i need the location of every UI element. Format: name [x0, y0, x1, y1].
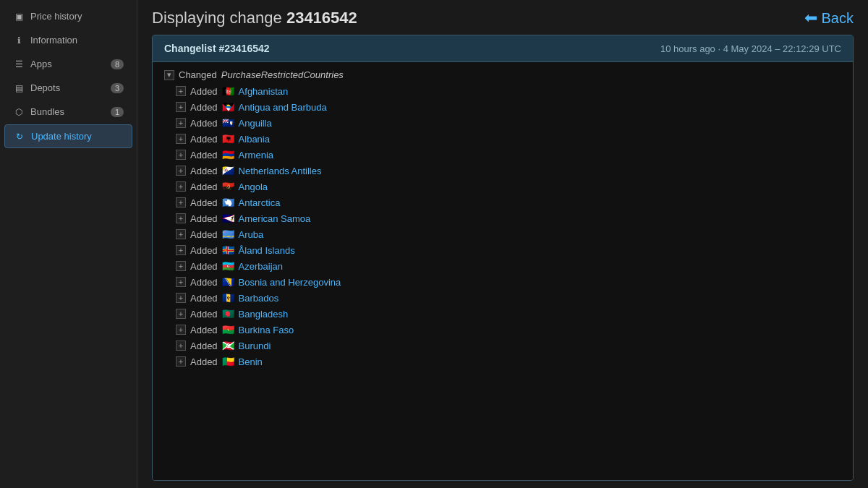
change-entry-15: +Added 🇧🇫Burkina Faso	[153, 322, 853, 338]
country-link-3[interactable]: Albania	[239, 134, 270, 145]
country-link-0[interactable]: Afghanistan	[239, 86, 289, 97]
field-name: PurchaseRestrictedCountries	[221, 69, 344, 80]
action-text-14: Added	[190, 309, 218, 320]
price-history-icon: ▣	[13, 12, 25, 22]
country-link-13[interactable]: Barbados	[239, 293, 279, 304]
flag-2: 🇦🇮	[222, 117, 234, 129]
country-link-11[interactable]: Azerbaijan	[239, 261, 283, 272]
expand-icon-14[interactable]: +	[176, 309, 186, 319]
main-content: Displaying change 23416542 ⬅ Back Change…	[137, 0, 868, 488]
flag-17: 🇧🇯	[222, 356, 234, 367]
sidebar-label-bundles: Bundles	[30, 106, 105, 117]
action-text-12: Added	[190, 277, 218, 288]
changelist-body[interactable]: ▾ Changed PurchaseRestrictedCountries +A…	[153, 62, 853, 480]
back-label: Back	[822, 10, 854, 27]
country-link-4[interactable]: Armenia	[239, 150, 273, 160]
country-link-7[interactable]: Antarctica	[239, 197, 281, 208]
expand-icon-4[interactable]: +	[176, 150, 186, 160]
sidebar-item-price-history[interactable]: ▣Price history	[4, 5, 132, 27]
main-header: Displaying change 23416542 ⬅ Back	[137, 0, 868, 35]
change-entry-4: +Added 🇦🇲Armenia	[153, 147, 853, 163]
change-entry-17: +Added 🇧🇯Benin	[153, 354, 853, 369]
country-link-12[interactable]: Bosnia and Herzegovina	[239, 277, 341, 288]
expand-icon-16[interactable]: +	[176, 341, 186, 351]
collapse-button[interactable]: ▾	[164, 70, 174, 80]
expand-icon-12[interactable]: +	[176, 277, 186, 287]
sidebar-item-apps[interactable]: ☰Apps8	[4, 53, 132, 75]
change-entry-3: +Added 🇦🇱Albania	[153, 131, 853, 147]
change-entry-13: +Added 🇧🇧Barbados	[153, 290, 853, 306]
action-text-11: Added	[190, 261, 218, 272]
sidebar-item-information[interactable]: ℹInformation	[4, 29, 132, 51]
expand-icon-8[interactable]: +	[176, 213, 186, 223]
action-text-0: Added	[190, 86, 218, 97]
flag-14: 🇧🇩	[222, 308, 234, 320]
change-entry-2: +Added 🇦🇮Anguilla	[153, 115, 853, 131]
change-entry-6: +Added 🇦🇴Angola	[153, 179, 853, 194]
expand-icon-2[interactable]: +	[176, 118, 186, 128]
action-text-13: Added	[190, 293, 218, 304]
expand-icon-10[interactable]: +	[176, 245, 186, 255]
expand-icon-13[interactable]: +	[176, 293, 186, 303]
badge-apps: 8	[111, 59, 124, 69]
sidebar-label-apps: Apps	[30, 59, 105, 69]
expand-icon-5[interactable]: +	[176, 166, 186, 176]
country-link-1[interactable]: Antigua and Barbuda	[239, 102, 327, 113]
action-text-2: Added	[190, 118, 218, 129]
back-button[interactable]: ⬅ Back	[804, 9, 854, 27]
expand-icon-7[interactable]: +	[176, 197, 186, 207]
change-entry-5: +Added 🇧🇶Netherlands Antilles	[153, 163, 853, 179]
expand-icon-17[interactable]: +	[176, 356, 186, 367]
sidebar-item-depots[interactable]: ▤Depots3	[4, 77, 132, 99]
apps-icon: ☰	[13, 59, 25, 69]
expand-icon-9[interactable]: +	[176, 229, 186, 239]
country-link-14[interactable]: Bangladesh	[239, 309, 289, 320]
change-entry-16: +Added 🇧🇮Burundi	[153, 338, 853, 354]
country-link-5[interactable]: Netherlands Antilles	[239, 166, 322, 176]
country-link-6[interactable]: Angola	[239, 181, 268, 192]
country-link-8[interactable]: American Samoa	[239, 213, 311, 224]
update-history-icon: ↻	[14, 132, 25, 142]
country-link-2[interactable]: Anguilla	[239, 118, 272, 129]
country-link-10[interactable]: Åland Islands	[239, 245, 295, 256]
badge-depots: 3	[111, 83, 124, 93]
information-icon: ℹ	[13, 35, 25, 46]
expand-icon-1[interactable]: +	[176, 102, 186, 112]
sidebar-label-information: Information	[30, 35, 124, 46]
action-text-5: Added	[190, 166, 218, 176]
flag-12: 🇧🇦	[222, 276, 234, 288]
changelist-id: Changelist #23416542	[164, 43, 270, 54]
flag-3: 🇦🇱	[222, 133, 234, 145]
country-link-16[interactable]: Burundi	[239, 341, 271, 351]
changed-word: Changed	[179, 69, 217, 80]
flag-6: 🇦🇴	[222, 181, 234, 192]
expand-icon-6[interactable]: +	[176, 181, 186, 192]
flag-1: 🇦🇬	[222, 101, 234, 113]
action-text-9: Added	[190, 229, 218, 240]
sidebar-item-bundles[interactable]: ⬡Bundles1	[4, 100, 132, 123]
action-text-16: Added	[190, 341, 218, 351]
page-title: Displaying change 23416542	[152, 9, 357, 27]
expand-icon-3[interactable]: +	[176, 134, 186, 144]
flag-4: 🇦🇲	[222, 149, 234, 160]
change-entry-8: +Added 🇦🇸American Samoa	[153, 210, 853, 226]
change-entry-0: +Added 🇦🇫Afghanistan	[153, 83, 853, 99]
expand-icon-11[interactable]: +	[176, 261, 186, 271]
sidebar-label-depots: Depots	[30, 82, 105, 93]
title-prefix: Displaying change	[152, 9, 286, 27]
expand-icon-15[interactable]: +	[176, 325, 186, 335]
sidebar-item-update-history[interactable]: ↻Update history	[4, 124, 132, 148]
bundles-icon: ⬡	[13, 107, 25, 117]
sidebar-label-update-history: Update history	[31, 131, 123, 142]
country-link-9[interactable]: Aruba	[239, 229, 264, 240]
change-entry-12: +Added 🇧🇦Bosnia and Herzegovina	[153, 274, 853, 290]
change-entry-10: +Added 🇦🇽Åland Islands	[153, 242, 853, 258]
change-entry-14: +Added 🇧🇩Bangladesh	[153, 306, 853, 322]
flag-9: 🇦🇼	[222, 228, 234, 240]
expand-icon-0[interactable]: +	[176, 86, 186, 96]
changelist-container: Changelist #23416542 10 hours ago · 4 Ma…	[152, 35, 854, 481]
country-link-15[interactable]: Burkina Faso	[239, 325, 294, 335]
action-text-15: Added	[190, 325, 218, 335]
change-entry-9: +Added 🇦🇼Aruba	[153, 226, 853, 242]
country-link-17[interactable]: Benin	[239, 356, 263, 367]
